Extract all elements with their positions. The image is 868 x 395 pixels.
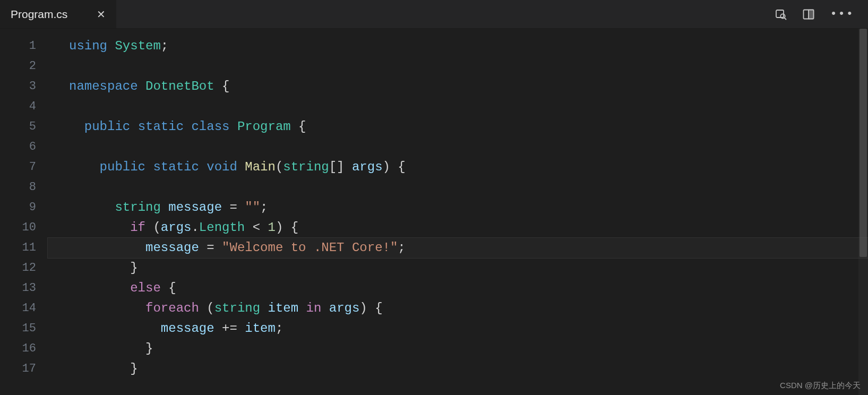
line-number: 16 bbox=[0, 339, 36, 359]
vertical-scrollbar[interactable] bbox=[858, 29, 868, 395]
code-line[interactable]: public static void Main(string[] args) { bbox=[69, 157, 868, 177]
code-line[interactable]: message += item; bbox=[69, 319, 868, 339]
svg-rect-5 bbox=[809, 10, 814, 19]
tab-bar: Program.cs ✕ ••• bbox=[0, 0, 868, 29]
code-line[interactable]: } bbox=[69, 359, 868, 379]
code-line[interactable]: public static class Program { bbox=[69, 117, 868, 137]
line-number: 13 bbox=[0, 278, 36, 298]
line-number: 11 bbox=[0, 238, 36, 258]
code-line[interactable] bbox=[69, 97, 868, 117]
line-number: 8 bbox=[0, 177, 36, 198]
line-number: 3 bbox=[0, 76, 36, 97]
code-line[interactable]: foreach (string item in args) { bbox=[69, 298, 868, 319]
code-line[interactable] bbox=[69, 56, 868, 76]
line-number: 12 bbox=[0, 258, 36, 278]
line-number: 1 bbox=[0, 36, 36, 56]
tab-filename: Program.cs bbox=[11, 8, 67, 21]
split-editor-icon[interactable] bbox=[802, 8, 815, 21]
close-icon[interactable]: ✕ bbox=[97, 8, 106, 21]
line-number: 10 bbox=[0, 218, 36, 238]
line-number: 14 bbox=[0, 298, 36, 319]
line-number: 7 bbox=[0, 157, 36, 177]
code-line[interactable]: if (args.Length < 1) { bbox=[69, 218, 868, 238]
editor-tab[interactable]: Program.cs ✕ bbox=[0, 0, 117, 28]
code-line[interactable] bbox=[69, 137, 868, 157]
code-line[interactable]: } bbox=[69, 339, 868, 359]
svg-line-2 bbox=[785, 18, 787, 20]
code-line[interactable]: else { bbox=[69, 278, 868, 298]
code-line[interactable]: message = "Welcome to .NET Core!"; bbox=[48, 238, 868, 258]
line-number: 5 bbox=[0, 117, 36, 137]
line-number: 4 bbox=[0, 97, 36, 117]
line-number-gutter: 1234567891011121314151617 bbox=[0, 36, 48, 395]
tab-actions: ••• bbox=[775, 0, 868, 28]
code-line[interactable]: namespace DotnetBot { bbox=[69, 76, 868, 97]
line-number: 9 bbox=[0, 198, 36, 218]
code-line[interactable]: string message = ""; bbox=[69, 198, 868, 218]
code-line[interactable]: using System; bbox=[69, 36, 868, 56]
line-number: 2 bbox=[0, 56, 36, 76]
code-line[interactable] bbox=[69, 177, 868, 198]
find-icon[interactable] bbox=[775, 8, 787, 21]
line-number: 17 bbox=[0, 359, 36, 379]
line-number: 6 bbox=[0, 137, 36, 157]
code-editor[interactable]: 1234567891011121314151617 using System; … bbox=[0, 29, 868, 395]
code-content[interactable]: using System; namespace DotnetBot { publ… bbox=[48, 36, 868, 395]
scrollbar-thumb[interactable] bbox=[860, 29, 867, 257]
code-line[interactable]: } bbox=[69, 258, 868, 278]
more-actions-icon[interactable]: ••• bbox=[830, 7, 854, 21]
line-number: 15 bbox=[0, 319, 36, 339]
